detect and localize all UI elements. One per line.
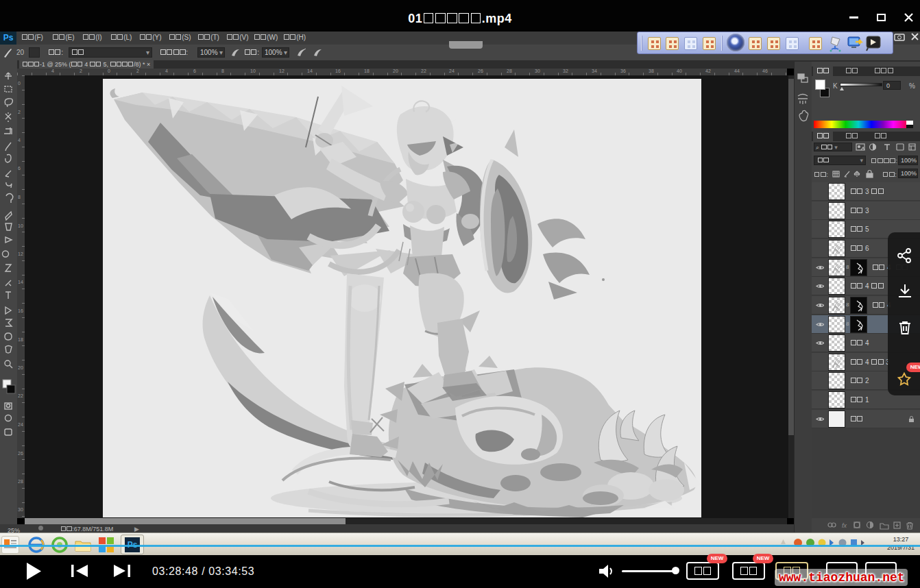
svg-text:fx: fx <box>842 522 847 529</box>
